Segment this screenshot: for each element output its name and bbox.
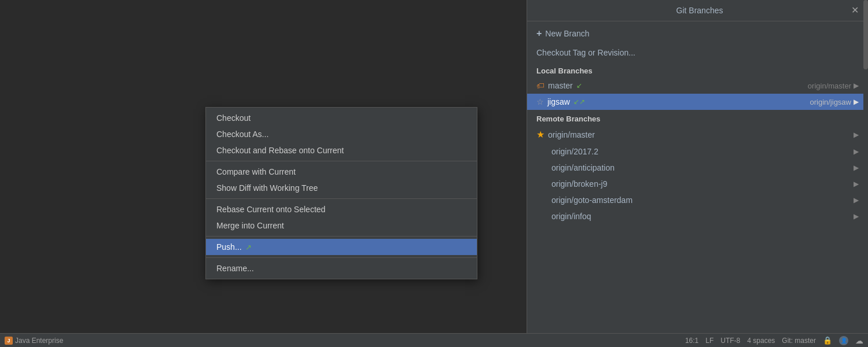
menu-item-checkout-rebase[interactable]: Checkout and Rebase onto Current: [206, 142, 477, 158]
branch-item-jigsaw[interactable]: ☆ jigsaw ↙↗ origin/jigsaw ▶: [527, 94, 868, 110]
branch-name-origin-anticipation: origin/anticipation: [551, 163, 615, 172]
branch-name-origin-2017: origin/2017.2: [551, 147, 598, 156]
plus-icon: +: [536, 28, 542, 39]
branch-arrows-master: ↙: [576, 82, 582, 90]
menu-item-rebase-current[interactable]: Rebase Current onto Selected: [206, 201, 477, 217]
status-java-label[interactable]: Java Enterprise: [15, 337, 63, 345]
separator-2: [206, 198, 477, 199]
avatar-icon: 👤: [839, 336, 848, 345]
star-outline-icon: ☆: [536, 97, 544, 106]
status-indent[interactable]: 4 spaces: [747, 337, 775, 345]
remote-branches-header: Remote Branches: [527, 110, 868, 125]
branch-item-origin-master[interactable]: ★ origin/master ▶: [527, 125, 868, 143]
branch-item-master[interactable]: 🏷 master ↙ origin/master ▶: [527, 77, 868, 94]
separator-1: [206, 161, 477, 161]
menu-item-checkout[interactable]: Checkout: [206, 110, 477, 126]
chevron-right-origin-goto: ▶: [854, 196, 859, 204]
java-icon: J: [5, 337, 13, 345]
branch-name-jigsaw: jigsaw: [547, 97, 570, 106]
branch-item-origin-broken[interactable]: origin/broken-j9 ▶: [527, 176, 868, 192]
remote-name-master: origin/master: [808, 82, 851, 90]
scrollbar[interactable]: [863, 0, 868, 341]
branch-name-master: master: [548, 81, 573, 90]
branch-item-origin-2017[interactable]: origin/2017.2 ▶: [527, 143, 868, 160]
chevron-right-jigsaw: ▶: [854, 98, 859, 106]
status-encoding[interactable]: UTF-8: [720, 337, 740, 345]
menu-item-checkout-as[interactable]: Checkout As...: [206, 126, 477, 142]
branch-name-origin-master: origin/master: [548, 130, 595, 139]
menu-item-merge-current[interactable]: Merge into Current: [206, 217, 477, 234]
scrollbar-thumb[interactable]: [863, 0, 868, 69]
star-filled-icon: ★: [536, 129, 545, 140]
branch-arrows-jigsaw: ↙↗: [573, 98, 585, 106]
status-line-ending[interactable]: LF: [705, 337, 713, 345]
checkout-tag-button[interactable]: Checkout Tag or Revision...: [527, 43, 868, 62]
status-bar: J Java Enterprise 16:1 LF UTF-8 4 spaces…: [0, 333, 868, 347]
branch-item-origin-anticipation[interactable]: origin/anticipation ▶: [527, 160, 868, 176]
panel-title: Git Branches: [548, 6, 851, 15]
branch-name-origin-broken: origin/broken-j9: [551, 179, 608, 189]
close-button[interactable]: ✕: [851, 6, 859, 15]
chevron-right-origin-infoq: ▶: [854, 212, 859, 220]
lock-icon: 🔒: [823, 336, 832, 345]
context-menu: Checkout Checkout As... Checkout and Reb…: [205, 107, 477, 279]
local-branches-header: Local Branches: [527, 62, 868, 77]
branch-name-origin-infoq: origin/infoq: [551, 212, 591, 221]
branch-item-origin-goto[interactable]: origin/goto-amsterdam ▶: [527, 192, 868, 208]
menu-item-push[interactable]: Push... ↗: [206, 239, 477, 255]
menu-item-rename[interactable]: Rename...: [206, 260, 477, 276]
panel-body: + New Branch Checkout Tag or Revision...…: [527, 21, 868, 341]
chevron-right-origin-broken: ▶: [854, 180, 859, 188]
separator-4: [206, 257, 477, 258]
status-git[interactable]: Git: master: [782, 337, 816, 345]
git-branches-panel: Git Branches ✕ + New Branch Checkout Tag…: [527, 0, 868, 341]
push-arrow-icon: ↗: [245, 243, 252, 252]
new-branch-button[interactable]: + New Branch: [527, 24, 868, 43]
branch-name-origin-goto: origin/goto-amsterdam: [551, 195, 632, 205]
tag-icon: 🏷: [536, 81, 545, 90]
chevron-right-origin-anticipation: ▶: [854, 164, 859, 172]
status-java: J Java Enterprise: [5, 337, 63, 345]
separator-3: [206, 236, 477, 237]
cloud-icon: ☁: [855, 336, 863, 345]
menu-item-show-diff[interactable]: Show Diff with Working Tree: [206, 180, 477, 196]
status-line-col[interactable]: 16:1: [685, 337, 698, 345]
remote-name-jigsaw: origin/jigsaw: [810, 98, 851, 106]
panel-header: Git Branches ✕: [527, 0, 868, 21]
chevron-right-master: ▶: [854, 82, 859, 90]
branch-item-origin-infoq[interactable]: origin/infoq ▶: [527, 208, 868, 224]
chevron-right-origin-2017: ▶: [854, 147, 859, 156]
menu-item-compare-current[interactable]: Compare with Current: [206, 164, 477, 180]
chevron-right-origin-master: ▶: [854, 131, 859, 139]
